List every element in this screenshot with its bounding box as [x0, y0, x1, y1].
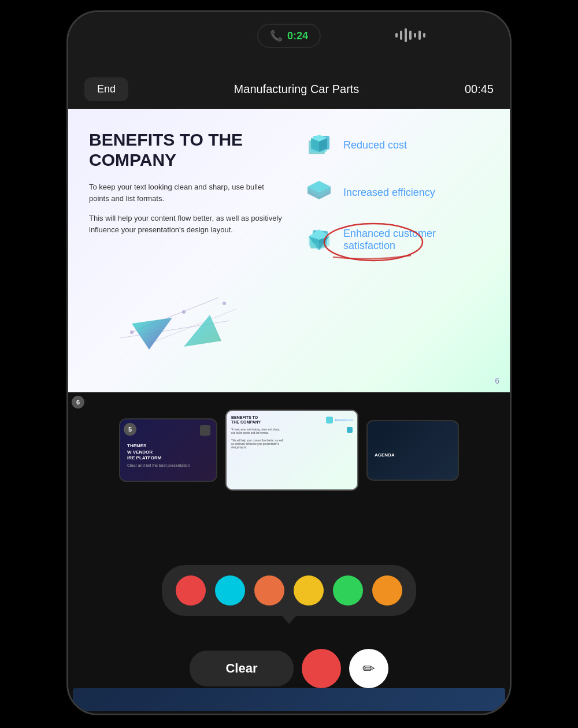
thumb-badge-5: 5	[124, 423, 136, 436]
end-button[interactable]: End	[84, 77, 128, 101]
phone-icon: 📞	[270, 29, 283, 42]
color-yellow[interactable]	[294, 575, 324, 606]
slide-body-2: This will help your content flow better,…	[89, 213, 286, 236]
thumb-active-title: BENEFITS TOTHE COMPANY	[231, 415, 261, 425]
color-cyan[interactable]	[215, 575, 245, 606]
cube-icon	[304, 130, 334, 160]
thumb-active-body: To keep your text looking clean and shar…	[231, 428, 283, 450]
clear-button[interactable]: Clear	[190, 651, 294, 686]
dark-area: 5 THEMES W VENDORIRE PLATFORM Clear and …	[68, 392, 510, 715]
svg-rect-1	[400, 31, 402, 40]
svg-rect-5	[418, 31, 421, 40]
benefit-label-2: Increased efficiency	[343, 187, 435, 199]
thumbnail-slide-5[interactable]: 5 THEMES W VENDORIRE PLATFORM Clear and …	[119, 418, 217, 482]
meeting-timer: 00:45	[465, 83, 494, 96]
thumb-title-5: THEMES	[127, 443, 190, 449]
benefit-item-3: Enhanced customer satisfaction	[304, 225, 489, 255]
phone-frame: 📞 0:24 End Manufacturing Car Parts 00:45…	[66, 10, 512, 715]
svg-point-10	[130, 330, 134, 334]
svg-point-12	[223, 302, 226, 305]
thumb-active-content: BENEFITS TOTHE COMPANY To keep your text…	[227, 411, 357, 489]
bottom-toolbar: Clear ✏	[190, 649, 388, 688]
svg-point-11	[182, 310, 186, 314]
triangle-decoration	[114, 286, 247, 363]
benefit-item-1: Reduced cost	[304, 130, 489, 160]
thumb-active-right-1: Reduced cost	[326, 417, 353, 424]
thumb-body-5: Clear and tell the best presentation	[127, 463, 190, 467]
svg-marker-13	[132, 318, 172, 350]
thumbnail-strip: 5 THEMES W VENDORIRE PLATFORM Clear and …	[68, 410, 510, 491]
slide-page-number: 6	[495, 376, 499, 385]
slide-body-1: To keep your text looking clean and shar…	[89, 181, 286, 205]
color-green[interactable]	[333, 575, 363, 606]
color-amber[interactable]	[372, 575, 402, 606]
thumb-subtitle-5: W VENDORIRE PLATFORM	[127, 450, 190, 462]
svg-rect-3	[409, 31, 412, 40]
thumbnail-slide-6-active[interactable]: BENEFITS TOTHE COMPANY To keep your text…	[225, 410, 358, 491]
slide-right-panel: Reduced cost Increased efficiency	[304, 130, 489, 255]
diamond-icon	[304, 225, 334, 255]
layers-icon	[304, 177, 334, 207]
call-pill: 📞 0:24	[257, 24, 321, 48]
audio-waves-icon	[394, 27, 429, 46]
selected-color-button[interactable]	[302, 649, 341, 688]
benefit-item-2: Increased efficiency	[304, 177, 489, 207]
color-picker-popup	[162, 565, 416, 616]
app-header: End Manufacturing Car Parts 00:45	[68, 70, 510, 109]
slide-view: BENEFITS TO THE COMPANY To keep your tex…	[68, 109, 510, 392]
svg-rect-0	[395, 33, 398, 38]
status-bar: 📞 0:24	[68, 12, 510, 70]
meeting-title: Manufacturing Car Parts	[234, 83, 360, 96]
pen-icon: ✏	[362, 660, 375, 678]
thumbnail-slide-7[interactable]: 6 AGENDA	[366, 420, 459, 481]
color-orange[interactable]	[254, 575, 284, 606]
svg-rect-2	[405, 28, 407, 42]
thumb-title-7: AGENDA	[375, 452, 395, 458]
benefit-label-1: Reduced cost	[343, 139, 407, 151]
slide-title: BENEFITS TO THE COMPANY	[89, 130, 286, 170]
pen-tool-button[interactable]: ✏	[349, 649, 388, 688]
call-time: 0:24	[287, 30, 308, 42]
svg-rect-4	[414, 33, 416, 38]
svg-rect-6	[423, 33, 425, 38]
slide-left-panel: BENEFITS TO THE COMPANY To keep your tex…	[89, 130, 286, 244]
color-red[interactable]	[176, 575, 206, 606]
svg-marker-14	[184, 315, 221, 347]
benefit-label-3: Enhanced customer satisfaction	[343, 228, 489, 252]
